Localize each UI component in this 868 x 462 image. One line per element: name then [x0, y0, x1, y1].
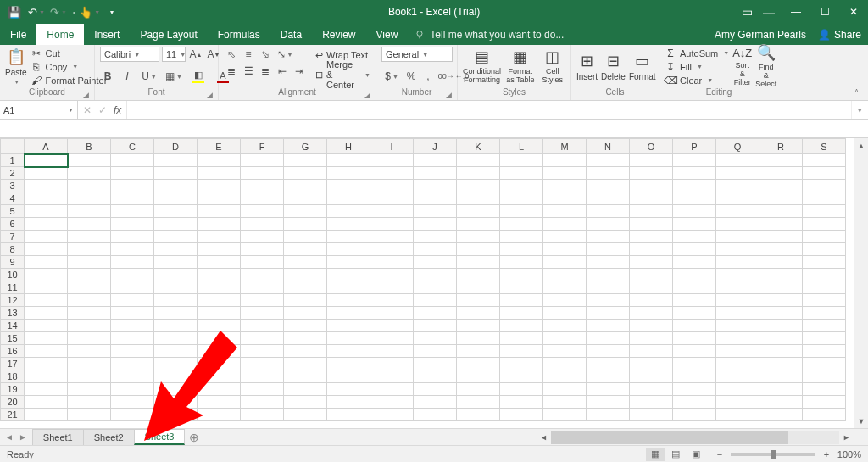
cell-G17[interactable]: [284, 358, 327, 370]
cell-N19[interactable]: [587, 383, 630, 396]
cell-I3[interactable]: [370, 180, 414, 192]
cell-B9[interactable]: [68, 256, 111, 269]
cell-L3[interactable]: [500, 180, 543, 192]
cell-Q11[interactable]: [716, 281, 760, 294]
cell-R10[interactable]: [760, 269, 803, 281]
cell-K1[interactable]: [457, 154, 500, 167]
cell-L9[interactable]: [500, 256, 543, 269]
cell-S6[interactable]: [803, 218, 846, 231]
cell-P19[interactable]: [673, 383, 716, 396]
conditional-formatting-button[interactable]: ▤Conditional Formatting: [463, 47, 501, 87]
row-header-19[interactable]: 19: [1, 383, 25, 396]
row-header-1[interactable]: 1: [1, 154, 25, 167]
cell-A16[interactable]: [25, 345, 68, 358]
cell-B18[interactable]: [68, 370, 111, 383]
cell-O3[interactable]: [630, 180, 673, 192]
cell-N2[interactable]: [587, 167, 630, 180]
cell-Q7[interactable]: [716, 231, 760, 243]
cell-N10[interactable]: [587, 269, 630, 281]
cell-G3[interactable]: [284, 180, 327, 192]
collapse-ribbon-button[interactable]: ˄: [849, 86, 863, 98]
cell-B21[interactable]: [68, 409, 111, 421]
tab-insert[interactable]: Insert: [84, 24, 130, 45]
tab-home[interactable]: Home: [36, 24, 84, 45]
cell-M6[interactable]: [543, 218, 587, 231]
row-header-16[interactable]: 16: [1, 345, 25, 358]
hscroll-thumb[interactable]: [551, 431, 788, 444]
cell-J15[interactable]: [414, 332, 457, 345]
cell-P9[interactable]: [673, 256, 716, 269]
cell-F16[interactable]: [241, 345, 284, 358]
cell-I16[interactable]: [370, 345, 414, 358]
cell-L8[interactable]: [500, 243, 543, 256]
cell-L4[interactable]: [500, 192, 543, 205]
cell-O19[interactable]: [630, 383, 673, 396]
column-header-D[interactable]: D: [154, 139, 198, 154]
cell-R11[interactable]: [760, 281, 803, 294]
column-header-B[interactable]: B: [68, 139, 111, 154]
cell-A13[interactable]: [25, 307, 68, 320]
cell-A5[interactable]: [25, 205, 68, 218]
cell-K17[interactable]: [457, 358, 500, 370]
cell-F9[interactable]: [241, 256, 284, 269]
cell-Q1[interactable]: [716, 154, 760, 167]
cell-C15[interactable]: [111, 332, 154, 345]
cell-G20[interactable]: [284, 396, 327, 409]
cell-D11[interactable]: [154, 281, 198, 294]
cell-I2[interactable]: [370, 167, 414, 180]
maximize-button[interactable]: ☐: [810, 0, 839, 24]
scroll-up-arrow[interactable]: ▲: [854, 138, 868, 153]
cell-I13[interactable]: [370, 307, 414, 320]
cell-R14[interactable]: [760, 320, 803, 332]
cell-H14[interactable]: [327, 320, 370, 332]
cell-J9[interactable]: [414, 256, 457, 269]
orientation-button[interactable]: ⤡▼: [275, 47, 295, 62]
cell-P6[interactable]: [673, 218, 716, 231]
cell-P8[interactable]: [673, 243, 716, 256]
formula-input[interactable]: [127, 101, 851, 119]
cell-N20[interactable]: [587, 396, 630, 409]
cell-F11[interactable]: [241, 281, 284, 294]
tab-view[interactable]: View: [366, 24, 409, 45]
cell-H19[interactable]: [327, 383, 370, 396]
account-name[interactable]: Amy German Pearls: [715, 29, 806, 41]
cell-L17[interactable]: [500, 358, 543, 370]
cell-G1[interactable]: [284, 154, 327, 167]
align-left[interactable]: ≣: [224, 64, 239, 79]
cell-N4[interactable]: [587, 192, 630, 205]
cell-B17[interactable]: [68, 358, 111, 370]
align-right[interactable]: ≣: [258, 64, 273, 79]
cell-A14[interactable]: [25, 320, 68, 332]
cell-B5[interactable]: [68, 205, 111, 218]
select-all-corner[interactable]: [1, 139, 25, 154]
vscroll-track[interactable]: [854, 153, 868, 414]
cell-S3[interactable]: [803, 180, 846, 192]
cell-L2[interactable]: [500, 167, 543, 180]
cell-A10[interactable]: [25, 269, 68, 281]
cell-Q9[interactable]: [716, 256, 760, 269]
cell-M19[interactable]: [543, 383, 587, 396]
cell-K15[interactable]: [457, 332, 500, 345]
cell-C12[interactable]: [111, 294, 154, 307]
cell-N16[interactable]: [587, 345, 630, 358]
cell-P3[interactable]: [673, 180, 716, 192]
sheet-tab-sheet1[interactable]: Sheet1: [32, 429, 84, 445]
cell-F4[interactable]: [241, 192, 284, 205]
cell-K10[interactable]: [457, 269, 500, 281]
cell-H13[interactable]: [327, 307, 370, 320]
cell-E16[interactable]: [198, 345, 241, 358]
align-center[interactable]: ☰: [241, 64, 256, 79]
cell-D12[interactable]: [154, 294, 198, 307]
cell-L5[interactable]: [500, 205, 543, 218]
cell-styles-button[interactable]: ◫Cell Styles: [540, 47, 565, 87]
cell-A18[interactable]: [25, 370, 68, 383]
row-header-4[interactable]: 4: [1, 192, 25, 205]
cell-N21[interactable]: [587, 409, 630, 421]
cell-C6[interactable]: [111, 218, 154, 231]
cell-R19[interactable]: [760, 383, 803, 396]
cell-L1[interactable]: [500, 154, 543, 167]
sheet-tab-sheet2[interactable]: Sheet2: [83, 429, 135, 445]
cell-G6[interactable]: [284, 218, 327, 231]
zoom-in-button[interactable]: +: [821, 449, 832, 459]
cell-M7[interactable]: [543, 231, 587, 243]
